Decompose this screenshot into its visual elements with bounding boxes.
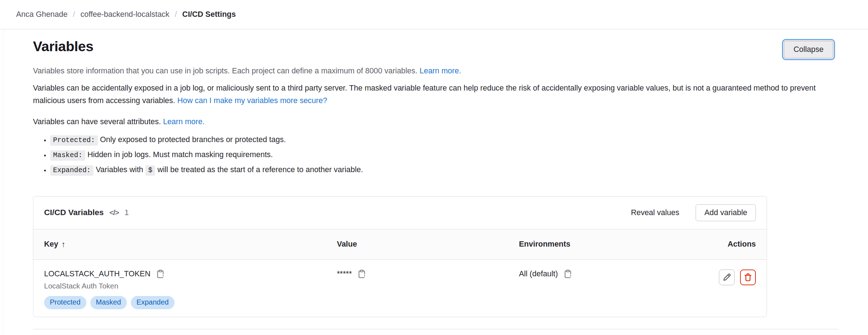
variables-count: 1 bbox=[124, 208, 129, 217]
badges-row: Protected Masked Expanded bbox=[44, 296, 337, 309]
section-divider bbox=[33, 329, 839, 329]
delete-variable-button[interactable] bbox=[740, 270, 756, 285]
cicd-variables-card: CI/CD Variables </> 1 Reveal values Add … bbox=[33, 196, 767, 317]
expanded-text-before: Variables with bbox=[96, 165, 143, 174]
list-item-protected: Protected: Only exposed to protected bra… bbox=[50, 134, 835, 146]
settings-content: Variables Collapse Variables store infor… bbox=[0, 39, 868, 329]
sort-ascending-icon: ↑ bbox=[61, 240, 65, 249]
environments-cell: All (default) bbox=[519, 270, 719, 278]
variable-key: LOCALSTACK_AUTH_TOKEN bbox=[44, 270, 151, 278]
variables-description: Variables store information that you can… bbox=[33, 65, 835, 77]
attributes-intro-text: Variables can have several attributes. bbox=[33, 117, 161, 126]
edit-variable-button[interactable] bbox=[719, 270, 735, 285]
badge-expanded: Expanded bbox=[131, 296, 175, 309]
top-breadcrumb-bar: Anca Ghenade / coffee-backend-localstack… bbox=[0, 0, 868, 29]
badge-protected: Protected bbox=[44, 296, 86, 309]
learn-more-link[interactable]: Learn more. bbox=[420, 67, 461, 75]
breadcrumb-current-page: CI/CD Settings bbox=[182, 10, 236, 19]
column-header-key[interactable]: Key ↑ bbox=[44, 240, 337, 249]
card-title-wrap: CI/CD Variables </> 1 bbox=[44, 208, 129, 217]
masked-warning-text: Variables can be accidentally exposed in… bbox=[33, 84, 816, 105]
masked-warning: Variables can be accidentally exposed in… bbox=[33, 82, 835, 107]
key-header-label: Key bbox=[44, 240, 58, 249]
variable-description: LocalStack Auth Token bbox=[44, 282, 337, 290]
pencil-icon bbox=[722, 273, 731, 282]
masked-code-token: Masked: bbox=[50, 150, 85, 161]
breadcrumb-separator: / bbox=[175, 10, 177, 19]
breadcrumb-separator: / bbox=[73, 10, 75, 19]
card-title: CI/CD Variables bbox=[44, 208, 104, 217]
breadcrumb: Anca Ghenade / coffee-backend-localstack… bbox=[16, 10, 236, 19]
copy-icon bbox=[156, 270, 165, 278]
card-header-actions: Reveal values Add variable bbox=[631, 204, 756, 221]
variables-section-header: Variables Collapse bbox=[33, 39, 835, 58]
protected-text: Only exposed to protected branches or pr… bbox=[100, 135, 286, 144]
breadcrumb-project[interactable]: coffee-backend-localstack bbox=[80, 10, 169, 19]
copy-icon bbox=[563, 270, 572, 278]
list-item-expanded: Expanded: Variables with $ will be treat… bbox=[50, 164, 835, 176]
column-header-value: Value bbox=[337, 240, 519, 249]
variables-description-text: Variables store information that you can… bbox=[33, 67, 418, 75]
attributes-intro: Variables can have several attributes. L… bbox=[33, 117, 835, 126]
expanded-text-after: will be treated as the start of a refere… bbox=[157, 165, 363, 174]
trash-icon bbox=[743, 273, 753, 282]
protected-code-token: Protected: bbox=[50, 135, 98, 146]
copy-value-button[interactable] bbox=[357, 270, 366, 278]
column-header-actions: Actions bbox=[728, 240, 756, 249]
dollar-code-token: $ bbox=[146, 165, 156, 176]
list-item-masked: Masked: Hidden in job logs. Must match m… bbox=[50, 149, 835, 161]
value-cell: ***** bbox=[337, 270, 519, 278]
collapse-button[interactable]: Collapse bbox=[784, 41, 833, 58]
secure-variables-link[interactable]: How can I make my variables more secure? bbox=[177, 96, 327, 105]
card-header: CI/CD Variables </> 1 Reveal values Add … bbox=[33, 196, 767, 229]
attributes-learn-more-link[interactable]: Learn more. bbox=[163, 117, 205, 126]
masked-value: ***** bbox=[337, 270, 352, 278]
variables-table-header: Key ↑ Value Environments Actions bbox=[33, 229, 767, 260]
breadcrumb-user[interactable]: Anca Ghenade bbox=[16, 10, 67, 19]
expanded-code-token: Expanded: bbox=[50, 165, 94, 176]
actions-cell bbox=[719, 270, 756, 285]
column-header-environments: Environments bbox=[519, 240, 728, 249]
copy-environments-button[interactable] bbox=[563, 270, 572, 278]
copy-icon bbox=[357, 270, 366, 278]
content-left-rule bbox=[3, 30, 3, 335]
page-title: Variables bbox=[33, 39, 94, 55]
environments-scope: All (default) bbox=[519, 270, 558, 278]
reveal-values-button[interactable]: Reveal values bbox=[631, 208, 679, 217]
code-icon: </> bbox=[109, 208, 119, 217]
copy-key-button[interactable] bbox=[156, 270, 165, 278]
attributes-list: Protected: Only exposed to protected bra… bbox=[33, 134, 835, 176]
table-row: LOCALSTACK_AUTH_TOKEN LocalStack Auth To… bbox=[33, 260, 767, 317]
masked-text: Hidden in job logs. Must match masking r… bbox=[87, 150, 273, 159]
add-variable-button[interactable]: Add variable bbox=[696, 204, 756, 221]
badge-masked: Masked bbox=[90, 296, 127, 309]
key-cell: LOCALSTACK_AUTH_TOKEN LocalStack Auth To… bbox=[44, 270, 337, 309]
